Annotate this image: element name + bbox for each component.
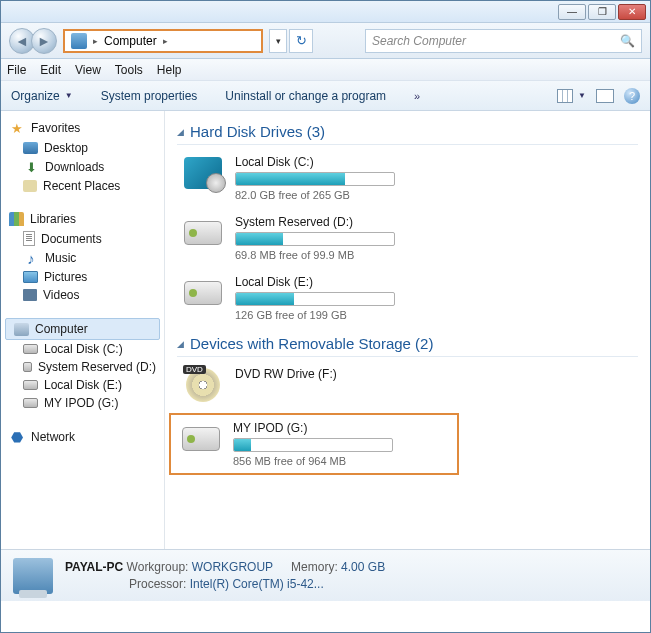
drive-name: System Reserved (D:) — [235, 215, 638, 229]
workgroup-label: Workgroup: — [127, 560, 189, 574]
group-hard-disk-drives[interactable]: ◢ Hard Disk Drives (3) — [177, 119, 638, 145]
collapse-icon: ◢ — [177, 127, 184, 137]
menu-edit[interactable]: Edit — [40, 63, 61, 77]
sidebar-head-computer[interactable]: Computer — [5, 318, 160, 340]
content-pane: ◢ Hard Disk Drives (3) Local Disk (C:) 8… — [165, 111, 650, 549]
help-button[interactable]: ? — [624, 88, 640, 104]
collapse-icon: ◢ — [177, 339, 184, 349]
dvd-badge: DVD — [183, 365, 206, 374]
navigation-bar: ◄ ► ▸ Computer ▸ ▾ ↻ Search Computer 🔍 — [1, 23, 650, 59]
chevron-down-icon: ▼ — [65, 91, 73, 100]
sidebar-head-favorites[interactable]: ★ Favorites — [1, 117, 164, 139]
workgroup-value: WORKGROUP — [192, 560, 273, 574]
drive-name: Local Disk (C:) — [235, 155, 638, 169]
hdd-icon — [184, 281, 222, 305]
sidebar-item-downloads[interactable]: ⬇Downloads — [1, 157, 164, 177]
address-bar[interactable]: ▸ Computer ▸ — [63, 29, 263, 53]
system-drive-icon — [184, 157, 222, 189]
documents-icon — [23, 231, 35, 246]
minimize-button[interactable]: — — [558, 4, 586, 20]
computer-icon — [14, 323, 29, 336]
network-icon: ⬣ — [9, 429, 25, 445]
sidebar-item-my-ipod[interactable]: MY IPOD (G:) — [1, 394, 164, 412]
title-bar: — ❐ ✕ — [1, 1, 650, 23]
videos-icon — [23, 289, 37, 301]
menu-bar: File Edit View Tools Help — [1, 59, 650, 81]
usage-bar — [235, 172, 395, 186]
menu-tools[interactable]: Tools — [115, 63, 143, 77]
sidebar-item-recent-places[interactable]: Recent Places — [1, 177, 164, 195]
drive-name: DVD RW Drive (F:) — [235, 367, 638, 381]
maximize-button[interactable]: ❐ — [588, 4, 616, 20]
forward-button[interactable]: ► — [31, 28, 57, 54]
drive-my-ipod[interactable]: MY IPOD (G:) 856 MB free of 964 MB — [169, 413, 459, 475]
breadcrumb-separator[interactable]: ▸ — [163, 36, 168, 46]
navigation-pane: ★ Favorites Desktop ⬇Downloads Recent Pl… — [1, 111, 165, 549]
drive-local-disk-c[interactable]: Local Disk (C:) 82.0 GB free of 265 GB — [177, 151, 638, 211]
drive-name: MY IPOD (G:) — [233, 421, 451, 435]
computer-icon — [71, 33, 87, 49]
organize-button[interactable]: Organize▼ — [11, 89, 73, 103]
drive-dvd-rw[interactable]: DVD DVD RW Drive (F:) — [177, 363, 638, 413]
drive-local-disk-e[interactable]: Local Disk (E:) 126 GB free of 199 GB — [177, 271, 638, 331]
sidebar-item-local-disk-c[interactable]: Local Disk (C:) — [1, 340, 164, 358]
drive-free-text: 69.8 MB free of 99.9 MB — [235, 249, 638, 261]
drive-system-reserved[interactable]: System Reserved (D:) 69.8 MB free of 99.… — [177, 211, 638, 271]
search-icon: 🔍 — [620, 34, 635, 48]
desktop-icon — [23, 142, 38, 154]
breadcrumb-location[interactable]: Computer — [104, 34, 157, 48]
removable-drive-icon — [182, 427, 220, 451]
system-properties-button[interactable]: System properties — [101, 89, 198, 103]
hdd-icon — [23, 344, 38, 354]
usage-bar — [235, 232, 395, 246]
sidebar-item-music[interactable]: ♪Music — [1, 248, 164, 268]
recent-icon — [23, 180, 37, 192]
search-input[interactable]: Search Computer 🔍 — [365, 29, 642, 53]
toolbar-overflow[interactable]: » — [414, 90, 420, 102]
view-mode-button[interactable]: ▼ — [557, 89, 586, 103]
details-pane: PAYAL-PC Workgroup: WORKGROUP Memory: 4.… — [1, 549, 650, 601]
menu-help[interactable]: Help — [157, 63, 182, 77]
view-icon — [557, 89, 573, 103]
main-area: ★ Favorites Desktop ⬇Downloads Recent Pl… — [1, 111, 650, 549]
hdd-icon — [23, 380, 38, 390]
drive-free-text: 126 GB free of 199 GB — [235, 309, 638, 321]
hdd-icon — [184, 221, 222, 245]
uninstall-button[interactable]: Uninstall or change a program — [225, 89, 386, 103]
sidebar-item-pictures[interactable]: Pictures — [1, 268, 164, 286]
hdd-icon — [23, 362, 32, 372]
preview-pane-button[interactable] — [596, 89, 614, 103]
sidebar-item-videos[interactable]: Videos — [1, 286, 164, 304]
refresh-button[interactable]: ↻ — [289, 29, 313, 53]
chevron-down-icon: ▼ — [578, 91, 586, 100]
sidebar-item-local-disk-e[interactable]: Local Disk (E:) — [1, 376, 164, 394]
music-icon: ♪ — [23, 250, 39, 266]
downloads-icon: ⬇ — [23, 159, 39, 175]
drive-name: Local Disk (E:) — [235, 275, 638, 289]
sidebar-item-system-reserved[interactable]: System Reserved (D:) — [1, 358, 164, 376]
memory-label: Memory: — [291, 560, 338, 574]
sidebar-head-network[interactable]: ⬣ Network — [1, 426, 164, 448]
drive-free-text: 82.0 GB free of 265 GB — [235, 189, 638, 201]
star-icon: ★ — [9, 120, 25, 136]
sidebar-item-desktop[interactable]: Desktop — [1, 139, 164, 157]
memory-value: 4.00 GB — [341, 560, 385, 574]
sidebar-item-documents[interactable]: Documents — [1, 229, 164, 248]
drive-free-text: 856 MB free of 964 MB — [233, 455, 451, 467]
command-toolbar: Organize▼ System properties Uninstall or… — [1, 81, 650, 111]
breadcrumb-separator: ▸ — [93, 36, 98, 46]
menu-file[interactable]: File — [7, 63, 26, 77]
usage-bar — [235, 292, 395, 306]
menu-view[interactable]: View — [75, 63, 101, 77]
processor-value: Intel(R) Core(TM) i5-42... — [190, 577, 324, 591]
close-button[interactable]: ✕ — [618, 4, 646, 20]
usage-bar — [233, 438, 393, 452]
group-removable-storage[interactable]: ◢ Devices with Removable Storage (2) — [177, 331, 638, 357]
pictures-icon — [23, 271, 38, 283]
processor-label: Processor: — [129, 577, 186, 591]
search-placeholder: Search Computer — [372, 34, 466, 48]
libraries-icon — [9, 212, 24, 226]
address-dropdown[interactable]: ▾ — [269, 29, 287, 53]
hdd-icon — [23, 398, 38, 408]
sidebar-head-libraries[interactable]: Libraries — [1, 209, 164, 229]
